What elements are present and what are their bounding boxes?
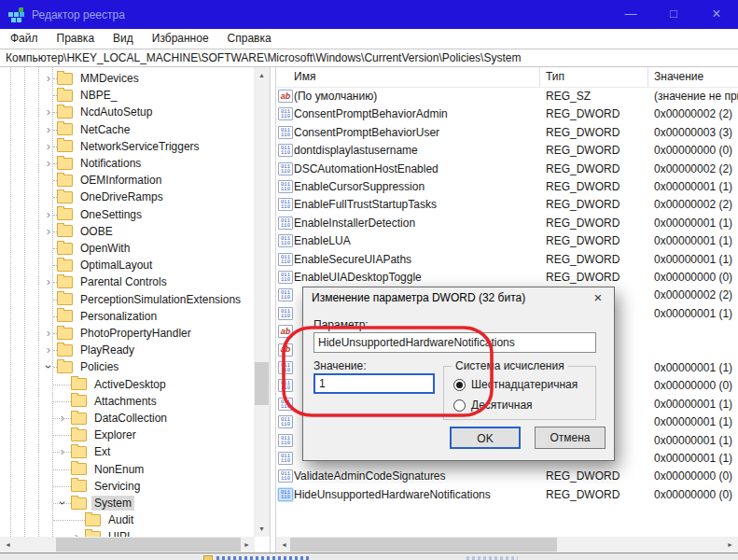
radio-option-2[interactable]: Десятичная	[453, 399, 533, 412]
value-data: 0x00000000 (0)	[654, 488, 738, 501]
column-header-value[interactable]: Значение	[648, 67, 738, 87]
tree-item-photopropertyhandler[interactable]: › PhotoPropertyHandler	[0, 325, 255, 342]
maximize-button[interactable]: □	[652, 0, 695, 29]
registry-value-row[interactable]: 011110 EnableCursorSuppression REG_DWORD…	[276, 178, 738, 196]
tree-connector	[53, 452, 71, 453]
tree-item-label: OOBE	[77, 224, 116, 239]
address-bar[interactable]: Компьютер\HKEY_LOCAL_MACHINE\SOFTWARE\Mi…	[0, 49, 738, 67]
tree-item-oeminformation[interactable]: › OEMInformation	[0, 172, 255, 189]
close-button[interactable]: ×	[695, 0, 738, 29]
tree-connector	[53, 486, 71, 487]
tree-vertical-scrollbar[interactable]: ▲ ▼	[254, 67, 270, 537]
folder-icon	[71, 395, 87, 407]
tree-item-system[interactable]: › System	[0, 495, 255, 511]
list-horizontal-scrollbar[interactable]: ◄ ►	[276, 537, 738, 553]
scroll-up-icon[interactable]: ▲	[254, 67, 270, 83]
tree-item-netcache[interactable]: › NetCache	[0, 121, 255, 138]
tree-item-servicing[interactable]: › Servicing	[0, 478, 255, 495]
value-type: REG_DWORD	[546, 162, 648, 175]
registry-value-row[interactable]: ab (По умолчанию) REG_SZ (значение не пр…	[276, 88, 738, 105]
registry-value-row[interactable]: 011110 DSCAutomationHostEnabled REG_DWOR…	[276, 161, 738, 178]
chevron-down-icon[interactable]: ›	[42, 359, 55, 374]
tree-item-optimallayout[interactable]: › OptimalLayout	[0, 257, 255, 273]
column-header-type[interactable]: Тип	[540, 67, 648, 87]
registry-value-row[interactable]: 011110 EnableSecureUIAPaths REG_DWORD 0x…	[276, 251, 738, 269]
menu-item-5[interactable]: Справка	[218, 29, 281, 49]
radio-option-1[interactable]: Шестнадцатеричная	[453, 378, 578, 391]
scrollbar-thumb[interactable]	[290, 538, 557, 552]
tree-item-policies[interactable]: › Policies	[0, 358, 255, 375]
scroll-left-icon[interactable]: ◄	[0, 537, 16, 553]
tree-connector	[53, 520, 85, 521]
registry-value-row[interactable]: 011110 ConsentPromptBehaviorAdmin REG_DW…	[276, 105, 738, 123]
registry-value-row[interactable]: 011110 EnableUIADesktopToggle REG_DWORD …	[276, 269, 738, 287]
value-field[interactable]	[313, 373, 435, 394]
registry-value-row[interactable]: 011110 EnableFullTrustStartupTasks REG_D…	[276, 196, 738, 214]
tree-item-label: Explorer	[91, 427, 139, 442]
value-type: REG_DWORD	[546, 234, 648, 247]
tree-item-uipi[interactable]: › UIPI	[0, 528, 255, 537]
scroll-right-icon[interactable]: ►	[239, 537, 255, 553]
minimize-button[interactable]: —	[609, 0, 652, 29]
tree-item-onedriveramps[interactable]: › OneDriveRamps	[0, 189, 255, 205]
radix-groupbox: Система исчисления Шестнадцатеричная Дес…	[443, 366, 596, 420]
scroll-right-icon[interactable]: ►	[722, 537, 738, 553]
scroll-down-icon[interactable]: ▼	[254, 521, 270, 537]
menu-item-3[interactable]: Вид	[104, 29, 143, 49]
param-name-field[interactable]	[313, 332, 596, 353]
registry-value-row[interactable]: 011110 EnableInstallerDetection REG_DWOR…	[276, 215, 738, 232]
value-data: 0x00000002 (2)	[654, 198, 738, 211]
cancel-button[interactable]: Отмена	[535, 427, 606, 449]
tree-item-parental-controls[interactable]: › Parental Controls	[0, 273, 255, 290]
tree-item-nbpe-[interactable]: › NBPE_	[0, 87, 255, 104]
reg-dword-icon: 011110	[278, 217, 293, 230]
param-label: Параметр:	[313, 318, 369, 331]
tree-item-datacollection[interactable]: › DataCollection	[0, 410, 255, 427]
tree-item-ncdautosetup[interactable]: › NcdAutoSetup	[0, 104, 255, 120]
value-data: 0x00000000 (0)	[654, 469, 738, 483]
dialog-close-icon[interactable]: ×	[582, 287, 614, 309]
scrollbar-thumb[interactable]	[255, 362, 269, 405]
folder-icon	[71, 378, 87, 390]
registry-value-row[interactable]: 011110 EnableLUA REG_DWORD 0x00000001 (1…	[276, 232, 738, 250]
tree-item-notifications[interactable]: › Notifications	[0, 155, 255, 172]
registry-value-row[interactable]: 011110 HideUnsupportedHardwareNotificati…	[276, 486, 738, 504]
tree-item-oobe[interactable]: › OOBE	[0, 223, 255, 240]
tree-item-mmdevices[interactable]: › MMDevices	[0, 70, 255, 87]
reg-dword-icon: 011110	[278, 307, 293, 320]
tree-item-onesettings[interactable]: › OneSettings	[0, 206, 255, 223]
tree-item-playready[interactable]: › PlayReady	[0, 342, 255, 358]
ok-button[interactable]: OK	[450, 427, 521, 449]
menu-item-4[interactable]: Избранное	[143, 29, 218, 49]
value-type: REG_DWORD	[546, 144, 648, 157]
tree-item-label: OneDriveRamps	[77, 189, 166, 204]
dword-glyph: 110	[281, 277, 290, 282]
registry-value-row[interactable]: 011110 ConsentPromptBehaviorUser REG_DWO…	[276, 124, 738, 142]
tree-item-label: OpenWith	[77, 241, 132, 256]
tree-horizontal-scrollbar[interactable]: ◄ ►	[0, 537, 255, 553]
folder-icon	[71, 413, 87, 425]
scrollbar-thumb[interactable]	[56, 538, 241, 552]
tree-item-audit[interactable]: › Audit	[0, 511, 255, 528]
dword-glyph: 110	[281, 368, 290, 372]
sz-glyph: ab	[281, 328, 291, 336]
menu-item-2[interactable]: Правка	[48, 29, 104, 49]
tree-item-nonenum[interactable]: › NonEnum	[0, 461, 255, 478]
tree-item-personalization[interactable]: › Personalization	[0, 308, 255, 325]
menu-item-1[interactable]: Файл	[1, 29, 48, 49]
tree-item-activedesktop[interactable]: › ActiveDesktop	[0, 376, 255, 393]
tree-item-openwith[interactable]: › OpenWith	[0, 240, 255, 257]
registry-value-row[interactable]: 011110 dontdisplaylastusername REG_DWORD…	[276, 142, 738, 160]
chevron-down-icon[interactable]: ›	[56, 496, 69, 511]
reg-dword-icon: 011110	[278, 469, 293, 483]
tree-item-ext[interactable]: › Ext	[0, 443, 255, 460]
tree-item-networkservicetriggers[interactable]: › NetworkServiceTriggers	[0, 138, 255, 155]
dword-glyph: 110	[281, 495, 290, 499]
tree-item-explorer[interactable]: › Explorer	[0, 427, 255, 443]
reg-dword-icon: 011110	[278, 488, 293, 501]
column-header-name[interactable]: Имя	[276, 67, 540, 87]
tree-item-perceptionsimulationextensions[interactable]: › PerceptionSimulationExtensions	[0, 291, 255, 308]
registry-value-row[interactable]: 011110 ValidateAdminCodeSignatures REG_D…	[276, 468, 738, 485]
dword-glyph: 110	[281, 295, 290, 300]
tree-item-attachments[interactable]: › Attachments	[0, 393, 255, 410]
